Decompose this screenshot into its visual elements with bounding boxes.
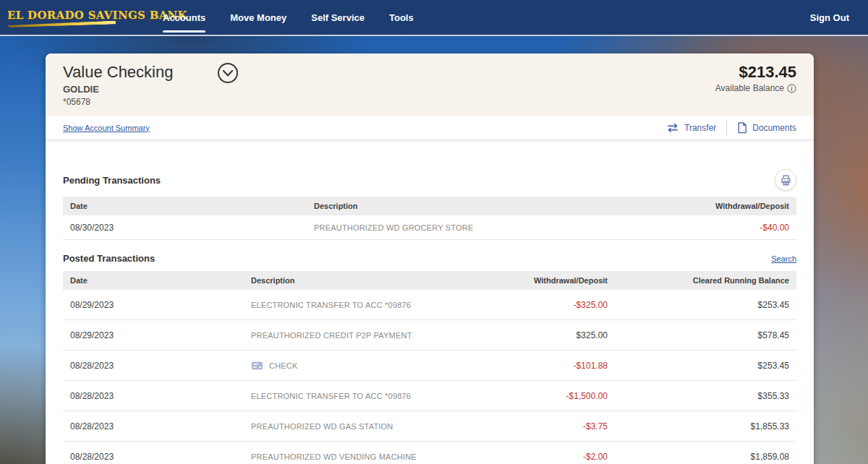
chevron-down-icon	[223, 70, 233, 77]
print-button[interactable]	[775, 169, 796, 191]
check-paper-icon	[251, 361, 263, 370]
account-number: *05678	[63, 97, 173, 107]
show-account-summary-link[interactable]: Show Account Summary	[63, 124, 150, 132]
posted-transactions-title: Posted Transactions	[63, 253, 155, 264]
transactions-area: Pending Transactions Date Description Wi…	[46, 140, 814, 464]
available-balance-amount: $213.45	[715, 63, 796, 82]
account-selector-button[interactable]	[218, 63, 238, 83]
top-navigation: EL DORADO SAVINGS BANK Accounts Move Mon…	[0, 0, 868, 36]
posted-table-rows: 08/29/2023 ELECTRONIC TRANSFER TO ACC *0…	[63, 290, 796, 464]
posted-table-header: Date Description Withdrawal/Deposit Clea…	[63, 271, 796, 290]
documents-button[interactable]: Documents	[737, 122, 796, 134]
document-icon	[737, 122, 747, 134]
nav-links: Accounts Move Money Self Service Tools	[163, 8, 414, 27]
posted-transaction-row[interactable]: 08/29/2023 ELECTRONIC TRANSFER TO ACC *0…	[63, 290, 796, 320]
transfer-button[interactable]: Transfer	[666, 123, 716, 133]
posted-transaction-row[interactable]: 08/28/2023 ELECTRONIC TRANSFER TO ACC *0…	[63, 381, 796, 411]
sign-out-link[interactable]: Sign Out	[810, 12, 849, 23]
bank-logo[interactable]: EL DORADO SAVINGS BANK	[7, 9, 141, 26]
nav-item[interactable]: Tools	[389, 8, 414, 27]
account-action-bar: Show Account Summary Transfer Documents	[46, 116, 814, 140]
account-header: Value Checking GOLDIE *05678 $213.45 Ava…	[46, 53, 814, 116]
account-name: Value Checking	[63, 63, 173, 82]
posted-transaction-row[interactable]: 08/28/2023 PREAUTHORIZED WD VENDING MACH…	[63, 442, 796, 464]
nav-item[interactable]: Accounts	[163, 8, 205, 27]
account-nickname: GOLDIE	[63, 84, 173, 95]
posted-transaction-row[interactable]: 08/28/2023 CHECK -$101.88 $253.45	[63, 351, 796, 381]
posted-transaction-row[interactable]: 08/28/2023 PREAUTHORIZED WD GAS STATION …	[63, 411, 796, 442]
pending-transaction-row[interactable]: 08/30/2023 PREAUTHORIZED WD GROCERY STOR…	[63, 215, 796, 240]
search-link[interactable]: Search	[771, 254, 796, 263]
pending-table-header: Date Description Withdrawal/Deposit	[63, 197, 796, 215]
pending-table-rows: 08/30/2023 PREAUTHORIZED WD GROCERY STOR…	[63, 215, 796, 240]
action-divider	[726, 120, 727, 136]
nav-item[interactable]: Self Service	[311, 8, 365, 27]
nav-item[interactable]: Move Money	[230, 8, 286, 27]
pending-transactions-title: Pending Transactions	[63, 175, 161, 186]
posted-transaction-row[interactable]: 08/29/2023 PREAUTHORIZED CREDIT P2P PAYM…	[63, 320, 796, 351]
available-balance-label: Available Balance	[715, 83, 796, 93]
bank-logo-text: EL DORADO SAVINGS BANK	[7, 9, 141, 22]
account-panel: Value Checking GOLDIE *05678 $213.45 Ava…	[46, 53, 814, 464]
printer-icon	[780, 174, 792, 186]
info-icon[interactable]	[787, 84, 796, 93]
transfer-arrows-icon	[666, 123, 679, 133]
